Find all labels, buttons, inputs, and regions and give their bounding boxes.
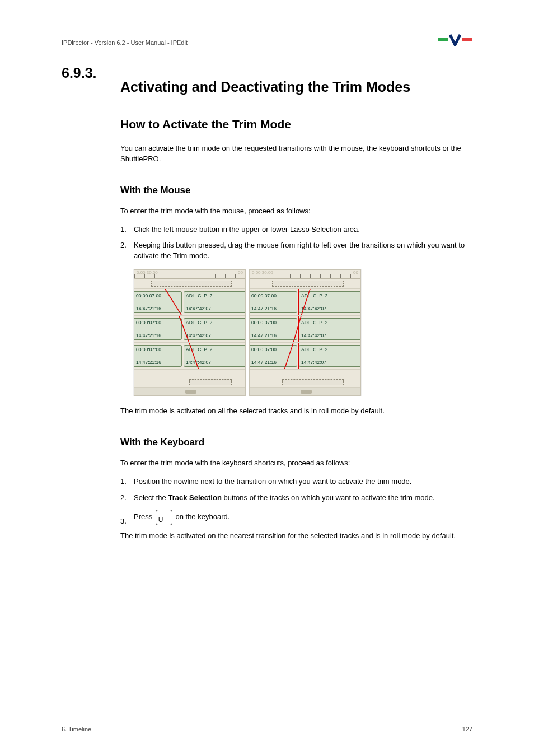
page-footer: 6. Timeline 127	[62, 722, 472, 732]
track-row: 00:00:07:00 14:47:21:16 ADL_CLP_2 14:47:…	[134, 289, 245, 316]
keycap-u: U	[156, 510, 172, 525]
logo-bar-right	[462, 38, 472, 41]
breadcrumb: IPDirector - Version 6.2 - User Manual -…	[62, 39, 188, 46]
lasso-zone-lower	[250, 377, 360, 388]
keyboard-after: The trim mode is activated on the neares…	[120, 531, 472, 542]
keyboard-intro: To enter the trim mode with the keyboard…	[120, 458, 472, 469]
clip: ADL_CLP_2 14:47:42:07	[184, 291, 245, 313]
clip: ADL_CLP_2 14:47:42:07	[299, 345, 360, 367]
footer-page-number: 127	[462, 726, 472, 732]
clip: 00:00:07:00 14:47:21:16	[134, 345, 182, 367]
logo-bar-left	[438, 38, 448, 41]
lasso-selection	[189, 379, 232, 385]
lasso-zone-upper	[250, 279, 360, 289]
clip: ADL_CLP_2 14:47:42:07	[299, 318, 360, 340]
mouse-after: The trim mode is activated on all the se…	[120, 406, 472, 417]
section-title: Activating and Deactivating the Trim Mod…	[120, 79, 472, 95]
clip: 00:00:07:00 14:47:21:16	[134, 291, 182, 313]
timeline-panel-left: 0:00:30:0000 00:00:07:00 14:47:21:16 ADL…	[134, 269, 246, 396]
evs-logo	[438, 34, 472, 46]
lasso-selection	[282, 379, 344, 385]
scrollbar	[134, 388, 245, 395]
clip: 00:00:07:00 14:47:21:16	[250, 345, 297, 367]
section-number: 6.9.3.	[62, 65, 97, 81]
clip: ADL_CLP_2 14:47:42:07	[184, 318, 245, 340]
lasso-selection	[272, 281, 344, 287]
clip: ADL_CLP_2 14:47:42:07	[184, 345, 245, 367]
clip: 00:00:07:00 14:47:21:16	[134, 318, 182, 340]
track-row: 00:00:07:00 14:47:21:16 ADL_CLP_2 14:47:…	[250, 316, 360, 343]
time-ruler: 0:00:30:0000	[250, 270, 360, 279]
clip: ADL_CLP_2 14:47:42:07	[299, 291, 360, 313]
track-row: 00:00:07:00 14:47:21:16 ADL_CLP_2 14:47:…	[250, 343, 360, 370]
clip: 00:00:07:00 14:47:21:16	[250, 291, 297, 313]
track-row: 00:00:07:00 14:47:21:16 ADL_CLP_2 14:47:…	[134, 343, 245, 370]
mouse-intro: To enter the trim mode with the mouse, p…	[120, 206, 472, 217]
how-to-heading: How to Activate the Trim Mode	[120, 118, 472, 131]
time-ruler: 0:00:30:0000	[134, 270, 245, 279]
transition-handle	[298, 289, 299, 315]
transition-handle	[298, 316, 299, 342]
timeline-figure: 0:00:30:0000 00:00:07:00 14:47:21:16 ADL…	[134, 269, 472, 396]
mouse-heading: With the Mouse	[120, 185, 472, 196]
scrollbar	[250, 388, 360, 395]
list-item: 1.Position the nowline next to the trans…	[120, 477, 472, 487]
list-item: 3.Press U on the keyboard.	[120, 508, 472, 525]
transition-handle	[298, 343, 299, 369]
lasso-zone-lower	[134, 377, 245, 388]
timeline-panel-right: 0:00:30:0000 00:00:07:00 14:47:21:16 ADL…	[249, 269, 361, 396]
keyboard-steps: 1.Position the nowline next to the trans…	[120, 477, 472, 526]
list-item: 1.Click the left mouse button in the upp…	[120, 225, 472, 235]
mouse-steps: 1.Click the left mouse button in the upp…	[120, 225, 472, 262]
keyboard-heading: With the Keyboard	[120, 437, 472, 448]
lasso-selection	[151, 281, 232, 287]
track-row: 00:00:07:00 14:47:21:16 ADL_CLP_2 14:47:…	[134, 316, 245, 343]
list-item: 2.Select the Track Selection buttons of …	[120, 493, 472, 503]
page-header: IPDirector - Version 6.2 - User Manual -…	[62, 34, 472, 48]
footer-left: 6. Timeline	[62, 726, 91, 732]
track-row: 00:00:07:00 14:47:21:16 ADL_CLP_2 14:47:…	[250, 289, 360, 316]
clip: 00:00:07:00 14:47:21:16	[250, 318, 297, 340]
lasso-zone-upper	[134, 279, 245, 289]
logo-v-icon	[449, 34, 461, 46]
list-item: 2.Keeping this button pressed, drag the …	[120, 240, 472, 262]
intro-paragraph: You can activate the trim mode on the re…	[120, 143, 472, 165]
